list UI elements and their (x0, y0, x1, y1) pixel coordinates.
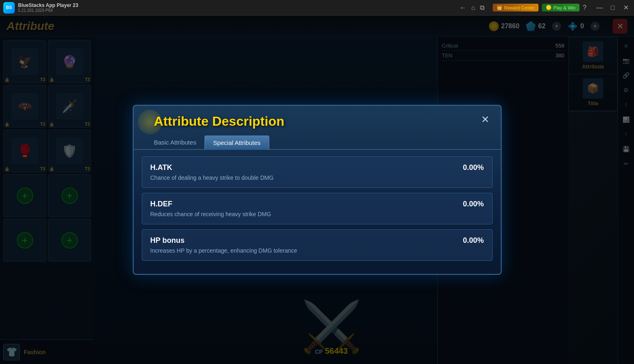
decoration-circle (138, 110, 162, 134)
bluestacks-titlebar: BS BlueStacks App Player 23 5.21.201.102… (0, 0, 634, 16)
nav-icons: ← ⌂ ⧉ (460, 4, 485, 11)
attr-desc-hdef: Reduces chance of receiving heavy strike… (150, 211, 484, 217)
modal-decoration (134, 106, 166, 138)
modal-close-button[interactable]: ✕ (478, 112, 493, 127)
window-controls: — □ ✕ (595, 3, 631, 13)
attr-name-hdef: H.DEF (150, 200, 463, 208)
reward-label: Reward Center (504, 5, 534, 10)
minimize-button[interactable]: — (595, 3, 604, 13)
attr-name-hpbonus: HP bonus (150, 236, 463, 245)
attr-card-hatk-header: H.ATK 0.00% (150, 163, 484, 172)
attr-card-hpbonus-header: HP bonus 0.00% (150, 236, 484, 245)
app-name: BlueStacks App Player 23 (18, 2, 460, 8)
close-window-button[interactable]: ✕ (621, 3, 631, 13)
reward-icon: 👑 (497, 5, 502, 10)
home-icon[interactable]: ⌂ (471, 4, 475, 11)
attr-desc-hpbonus: Increases HP by a percentage, enhancing … (150, 247, 484, 254)
attr-value-hpbonus: 0.00% (463, 236, 484, 245)
tab-basic-attributes[interactable]: Basic Attributes (146, 136, 205, 149)
reward-center-button[interactable]: 👑 Reward Center (493, 4, 539, 11)
tab-special-attributes[interactable]: Special Attributes (205, 136, 269, 150)
app-version: 5.21.201.1029 P64 (18, 8, 460, 13)
bluestacks-logo: BS (3, 2, 15, 14)
restore-button[interactable]: □ (608, 3, 618, 13)
attr-value-hatk: 0.00% (463, 163, 484, 172)
play-win-icon: 🟡 (546, 5, 552, 10)
play-win-button[interactable]: 🟡 Play & Win (542, 4, 579, 11)
modal-overlay: Attribute Description ✕ Basic Attributes… (0, 16, 634, 364)
attr-card-hdef-header: H.DEF 0.00% (150, 200, 484, 208)
attr-name-hatk: H.ATK (150, 163, 463, 172)
modal-title: Attribute Description (154, 114, 284, 129)
attr-card-hdef: H.DEF 0.00% Reduces chance of receiving … (142, 193, 493, 224)
attr-card-hatk: H.ATK 0.00% Chance of dealing a heavy st… (142, 156, 493, 188)
tabs-icon[interactable]: ⧉ (480, 4, 484, 11)
attribute-description-modal: Attribute Description ✕ Basic Attributes… (133, 105, 502, 275)
modal-tabs: Basic Attributes Special Attributes (134, 136, 501, 150)
app-info: BlueStacks App Player 23 5.21.201.1029 P… (18, 2, 460, 13)
modal-header: Attribute Description ✕ (134, 106, 501, 136)
modal-content: H.ATK 0.00% Chance of dealing a heavy st… (134, 156, 501, 274)
play-win-label: Play & Win (553, 5, 575, 10)
help-icon[interactable]: ? (583, 4, 586, 11)
attr-value-hdef: 0.00% (463, 200, 484, 208)
attr-card-hpbonus: HP bonus 0.00% Increases HP by a percent… (142, 229, 493, 261)
attr-desc-hatk: Chance of dealing a heavy strike to doub… (150, 174, 484, 181)
back-icon[interactable]: ← (460, 4, 466, 11)
